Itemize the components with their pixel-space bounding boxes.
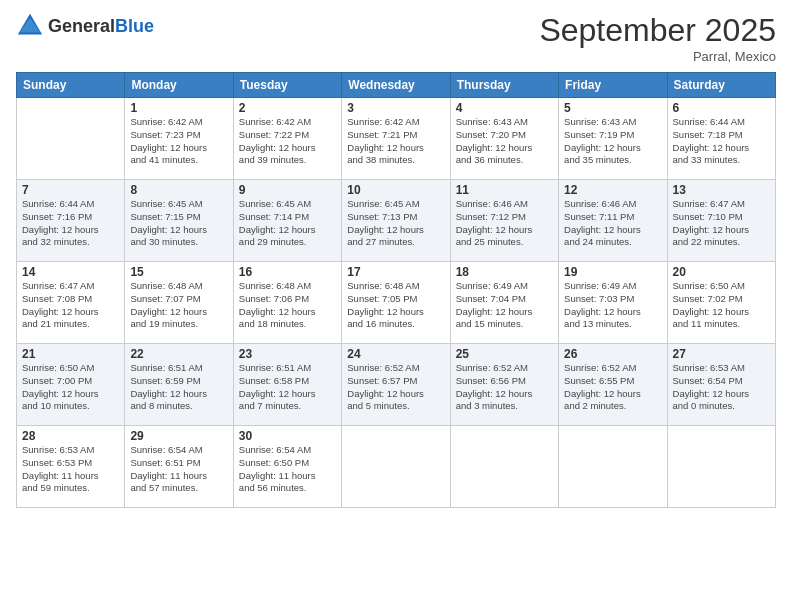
calendar-cell [667,426,775,508]
day-number: 27 [673,347,770,361]
calendar-cell: 16Sunrise: 6:48 AMSunset: 7:06 PMDayligh… [233,262,341,344]
day-number: 2 [239,101,336,115]
logo-icon [16,12,44,40]
calendar-week-1: 7Sunrise: 6:44 AMSunset: 7:16 PMDaylight… [17,180,776,262]
calendar-week-4: 28Sunrise: 6:53 AMSunset: 6:53 PMDayligh… [17,426,776,508]
day-number: 18 [456,265,553,279]
logo-text: GeneralBlue [48,16,154,37]
calendar-cell: 8Sunrise: 6:45 AMSunset: 7:15 PMDaylight… [125,180,233,262]
page: GeneralBlue September 2025 Parral, Mexic… [0,0,792,612]
calendar-cell [342,426,450,508]
month-title: September 2025 [539,12,776,49]
weekday-header-friday: Friday [559,73,667,98]
calendar-cell: 15Sunrise: 6:48 AMSunset: 7:07 PMDayligh… [125,262,233,344]
day-info: Sunrise: 6:46 AMSunset: 7:11 PMDaylight:… [564,198,661,249]
day-number: 30 [239,429,336,443]
day-info: Sunrise: 6:52 AMSunset: 6:56 PMDaylight:… [456,362,553,413]
calendar-cell: 20Sunrise: 6:50 AMSunset: 7:02 PMDayligh… [667,262,775,344]
calendar-cell: 6Sunrise: 6:44 AMSunset: 7:18 PMDaylight… [667,98,775,180]
day-number: 14 [22,265,119,279]
day-number: 4 [456,101,553,115]
calendar-cell: 29Sunrise: 6:54 AMSunset: 6:51 PMDayligh… [125,426,233,508]
calendar-cell: 27Sunrise: 6:53 AMSunset: 6:54 PMDayligh… [667,344,775,426]
day-info: Sunrise: 6:48 AMSunset: 7:07 PMDaylight:… [130,280,227,331]
day-number: 29 [130,429,227,443]
day-info: Sunrise: 6:54 AMSunset: 6:50 PMDaylight:… [239,444,336,495]
day-info: Sunrise: 6:44 AMSunset: 7:18 PMDaylight:… [673,116,770,167]
calendar-cell: 30Sunrise: 6:54 AMSunset: 6:50 PMDayligh… [233,426,341,508]
calendar-cell: 18Sunrise: 6:49 AMSunset: 7:04 PMDayligh… [450,262,558,344]
day-number: 23 [239,347,336,361]
day-info: Sunrise: 6:54 AMSunset: 6:51 PMDaylight:… [130,444,227,495]
calendar-cell [450,426,558,508]
day-number: 22 [130,347,227,361]
day-info: Sunrise: 6:44 AMSunset: 7:16 PMDaylight:… [22,198,119,249]
day-number: 19 [564,265,661,279]
day-info: Sunrise: 6:45 AMSunset: 7:13 PMDaylight:… [347,198,444,249]
logo: GeneralBlue [16,12,154,40]
header: GeneralBlue September 2025 Parral, Mexic… [16,12,776,64]
day-number: 26 [564,347,661,361]
day-info: Sunrise: 6:43 AMSunset: 7:20 PMDaylight:… [456,116,553,167]
weekday-header-monday: Monday [125,73,233,98]
calendar-cell: 12Sunrise: 6:46 AMSunset: 7:11 PMDayligh… [559,180,667,262]
weekday-header-sunday: Sunday [17,73,125,98]
day-number: 11 [456,183,553,197]
day-info: Sunrise: 6:42 AMSunset: 7:23 PMDaylight:… [130,116,227,167]
calendar-cell [559,426,667,508]
day-info: Sunrise: 6:53 AMSunset: 6:53 PMDaylight:… [22,444,119,495]
calendar-cell: 1Sunrise: 6:42 AMSunset: 7:23 PMDaylight… [125,98,233,180]
day-number: 24 [347,347,444,361]
day-number: 12 [564,183,661,197]
day-number: 9 [239,183,336,197]
logo-general: General [48,16,115,36]
day-number: 15 [130,265,227,279]
calendar-cell: 3Sunrise: 6:42 AMSunset: 7:21 PMDaylight… [342,98,450,180]
weekday-header-thursday: Thursday [450,73,558,98]
day-info: Sunrise: 6:45 AMSunset: 7:15 PMDaylight:… [130,198,227,249]
day-number: 5 [564,101,661,115]
weekday-header-wednesday: Wednesday [342,73,450,98]
day-number: 8 [130,183,227,197]
calendar-cell: 21Sunrise: 6:50 AMSunset: 7:00 PMDayligh… [17,344,125,426]
calendar-cell: 4Sunrise: 6:43 AMSunset: 7:20 PMDaylight… [450,98,558,180]
day-info: Sunrise: 6:42 AMSunset: 7:22 PMDaylight:… [239,116,336,167]
day-number: 17 [347,265,444,279]
title-area: September 2025 Parral, Mexico [539,12,776,64]
day-number: 16 [239,265,336,279]
weekday-header-saturday: Saturday [667,73,775,98]
day-info: Sunrise: 6:52 AMSunset: 6:55 PMDaylight:… [564,362,661,413]
day-info: Sunrise: 6:49 AMSunset: 7:04 PMDaylight:… [456,280,553,331]
calendar-cell: 13Sunrise: 6:47 AMSunset: 7:10 PMDayligh… [667,180,775,262]
calendar-cell: 19Sunrise: 6:49 AMSunset: 7:03 PMDayligh… [559,262,667,344]
calendar-cell: 28Sunrise: 6:53 AMSunset: 6:53 PMDayligh… [17,426,125,508]
calendar-cell: 26Sunrise: 6:52 AMSunset: 6:55 PMDayligh… [559,344,667,426]
calendar-week-0: 1Sunrise: 6:42 AMSunset: 7:23 PMDaylight… [17,98,776,180]
calendar-cell: 2Sunrise: 6:42 AMSunset: 7:22 PMDaylight… [233,98,341,180]
day-number: 10 [347,183,444,197]
day-number: 3 [347,101,444,115]
day-number: 20 [673,265,770,279]
day-info: Sunrise: 6:43 AMSunset: 7:19 PMDaylight:… [564,116,661,167]
day-info: Sunrise: 6:53 AMSunset: 6:54 PMDaylight:… [673,362,770,413]
calendar-cell: 14Sunrise: 6:47 AMSunset: 7:08 PMDayligh… [17,262,125,344]
day-info: Sunrise: 6:48 AMSunset: 7:05 PMDaylight:… [347,280,444,331]
day-info: Sunrise: 6:45 AMSunset: 7:14 PMDaylight:… [239,198,336,249]
calendar-cell: 10Sunrise: 6:45 AMSunset: 7:13 PMDayligh… [342,180,450,262]
calendar-cell: 25Sunrise: 6:52 AMSunset: 6:56 PMDayligh… [450,344,558,426]
day-info: Sunrise: 6:51 AMSunset: 6:59 PMDaylight:… [130,362,227,413]
calendar: SundayMondayTuesdayWednesdayThursdayFrid… [16,72,776,508]
day-number: 25 [456,347,553,361]
calendar-cell: 7Sunrise: 6:44 AMSunset: 7:16 PMDaylight… [17,180,125,262]
calendar-cell: 23Sunrise: 6:51 AMSunset: 6:58 PMDayligh… [233,344,341,426]
svg-marker-1 [20,18,41,33]
calendar-cell: 11Sunrise: 6:46 AMSunset: 7:12 PMDayligh… [450,180,558,262]
logo-blue: Blue [115,16,154,36]
calendar-cell: 24Sunrise: 6:52 AMSunset: 6:57 PMDayligh… [342,344,450,426]
day-number: 21 [22,347,119,361]
calendar-cell: 17Sunrise: 6:48 AMSunset: 7:05 PMDayligh… [342,262,450,344]
day-info: Sunrise: 6:42 AMSunset: 7:21 PMDaylight:… [347,116,444,167]
calendar-week-2: 14Sunrise: 6:47 AMSunset: 7:08 PMDayligh… [17,262,776,344]
day-info: Sunrise: 6:50 AMSunset: 7:02 PMDaylight:… [673,280,770,331]
day-info: Sunrise: 6:50 AMSunset: 7:00 PMDaylight:… [22,362,119,413]
